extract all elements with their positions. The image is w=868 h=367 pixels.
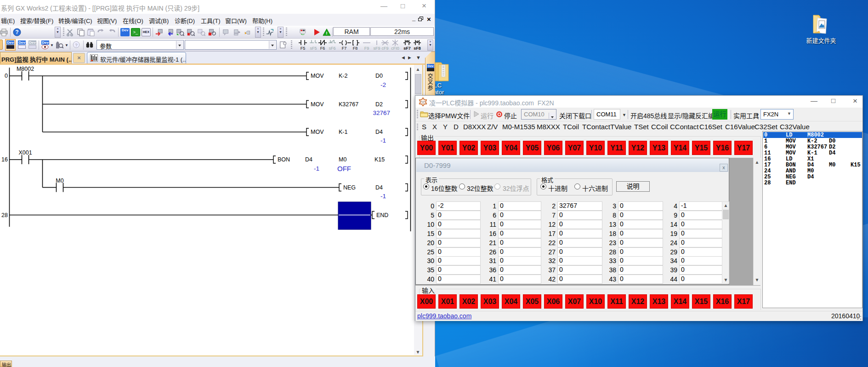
svg-text:M0: M0 [56,178,63,184]
svg-text:sF9: sF9 [373,46,380,51]
svg-text:MOV: MOV [311,129,324,135]
svg-text:K32767: K32767 [339,101,358,108]
svg-text:?: ? [75,42,78,47]
svg-text:-2: -2 [380,81,386,88]
svg-text:32767: 32767 [373,109,390,116]
svg-text:-1: -1 [380,137,386,144]
svg-text:sF8: sF8 [414,46,421,51]
svg-text:K-2: K-2 [339,73,348,79]
svg-text:F6: F6 [320,46,325,51]
svg-text:M8002: M8002 [17,66,34,72]
svg-text:cFI0: cFI0 [391,46,399,51]
svg-text:D4: D4 [305,156,312,163]
svg-text:-1: -1 [380,193,386,200]
svg-text:D2: D2 [375,101,383,108]
svg-text:28: 28 [1,212,8,218]
svg-text:F8: F8 [353,46,358,51]
svg-text:D4: D4 [375,129,383,135]
svg-text:F5: F5 [301,46,306,51]
svg-text:sF6: sF6 [329,46,335,51]
svg-text:sF7: sF7 [403,46,411,51]
svg-text:NEG: NEG [343,184,356,191]
svg-text:F9: F9 [364,46,369,51]
svg-text:F7: F7 [342,46,347,51]
svg-text:M0: M0 [339,156,346,163]
svg-text:-1: -1 [314,165,319,172]
svg-text:MOV: MOV [311,73,324,79]
svg-text:OFF: OFF [337,165,351,172]
svg-text:BON: BON [278,156,290,163]
svg-text:!: ! [326,30,327,35]
svg-text:X001: X001 [18,149,32,156]
svg-text:cF9: cF9 [381,46,388,51]
svg-text:D0: D0 [375,73,383,79]
svg-text:?: ? [15,29,18,35]
svg-text:END: END [376,212,388,218]
svg-text:0: 0 [5,73,8,79]
svg-text:16: 16 [1,156,8,163]
svg-text:MOV: MOV [311,101,324,108]
svg-text:K-1: K-1 [339,129,348,135]
svg-text:sF5: sF5 [310,46,317,51]
svg-text:K15: K15 [374,156,385,163]
svg-text:D4: D4 [375,184,383,191]
